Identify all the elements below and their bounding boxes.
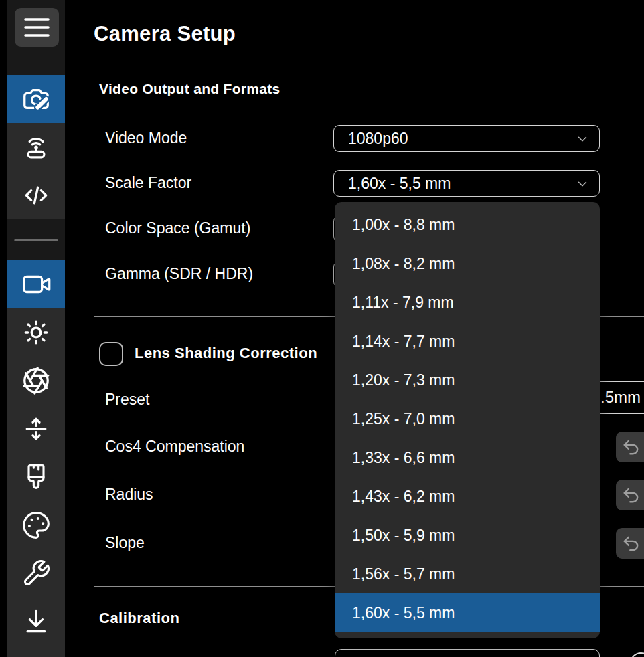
slope-label: Slope: [105, 534, 145, 552]
scale-factor-label: Scale Factor: [105, 174, 191, 192]
chevron-down-icon: [575, 177, 590, 191]
hamburger-icon: [23, 17, 50, 38]
download-icon: [21, 607, 51, 636]
cos4-label: Cos4 Compensation: [105, 438, 244, 456]
color-space-label: Color Space (Gamut): [105, 219, 250, 238]
scale-factor-dropdown-popup: 1,00x - 8,8 mm 1,08x - 8,2 mm 1,11x - 7,…: [335, 202, 600, 638]
video-section-heading: Video Output and Formats: [99, 81, 280, 97]
video-mode-value: 1080p60: [348, 130, 408, 148]
wrench-icon: [21, 559, 51, 588]
dropdown-option-selected[interactable]: 1,60x - 5,5 mm: [335, 593, 600, 632]
scale-factor-value: 1,60x - 5,5 mm: [348, 175, 451, 193]
sidebar-item-ptz-control[interactable]: [7, 123, 65, 171]
vertical-arrows-icon: [21, 414, 51, 444]
video-mode-label: Video Mode: [105, 129, 187, 147]
scale-factor-select[interactable]: 1,60x - 5,5 mm: [333, 170, 600, 197]
palette-icon: [21, 510, 51, 540]
undo-icon: [621, 438, 641, 457]
page-title: Camera Setup: [94, 22, 236, 46]
menu-button[interactable]: [15, 8, 59, 47]
dropdown-option[interactable]: 1,50x - 5,9 mm: [335, 516, 600, 555]
dropdown-option[interactable]: 1,14x - 7,7 mm: [335, 322, 600, 361]
calibration-section-heading: Calibration: [99, 609, 179, 627]
video-camera-icon: [21, 269, 52, 300]
sidebar-item-tools[interactable]: [7, 549, 65, 597]
sidebar-item-code[interactable]: [7, 171, 65, 219]
chevron-down-icon: [575, 132, 590, 147]
code-icon: [21, 181, 51, 210]
sidebar-item-paintbrush[interactable]: [7, 453, 65, 501]
sidebar-item-color[interactable]: [7, 501, 65, 549]
dropdown-option[interactable]: 1,08x - 8,2 mm: [335, 244, 600, 283]
sidebar-item-aperture[interactable]: [7, 357, 65, 405]
dropdown-option[interactable]: 1,25x - 7,0 mm: [335, 399, 600, 438]
left-edge-strip: [0, 0, 7, 657]
sidebar-item-camera-setup[interactable]: [7, 75, 65, 123]
dropdown-option[interactable]: 1,20x - 7,3 mm: [335, 361, 600, 399]
gamma-label: Gamma (SDR / HDR): [105, 265, 253, 283]
lens-shading-checkbox[interactable]: [99, 342, 123, 366]
circular-button[interactable]: [630, 652, 644, 657]
dropdown-option[interactable]: 1,11x - 7,9 mm: [335, 283, 600, 322]
cos4-reset-button[interactable]: [616, 432, 644, 462]
undo-icon: [621, 486, 641, 505]
dropdown-option[interactable]: 1,33x - 6,6 mm: [335, 438, 600, 477]
ptz-camera-icon: [21, 132, 51, 162]
preset-label: Preset: [105, 391, 149, 409]
aperture-icon: [21, 365, 52, 396]
video-mode-select[interactable]: 1080p60: [333, 125, 600, 152]
paintbrush-icon: [21, 462, 51, 492]
radius-reset-button[interactable]: [616, 480, 644, 510]
sidebar-item-download[interactable]: [7, 597, 65, 646]
dropdown-option[interactable]: 1,00x - 8,8 mm: [335, 205, 600, 244]
undo-icon: [621, 534, 641, 553]
sun-icon: [21, 318, 51, 347]
preset-partial-value: .5mm: [600, 388, 641, 407]
dropdown-option[interactable]: 1,56x - 5,7 mm: [335, 555, 600, 593]
sidebar-item-video[interactable]: [7, 260, 65, 308]
camera-edit-icon: [21, 84, 52, 114]
calibration-select[interactable]: [335, 649, 600, 657]
camera-setup-screen: Camera Setup Video Output and Formats Vi…: [0, 0, 644, 657]
slope-reset-button[interactable]: [616, 528, 644, 559]
lens-section-heading: Lens Shading Correction: [135, 345, 317, 362]
dropdown-option[interactable]: 1,43x - 6,2 mm: [335, 477, 600, 516]
sidebar-divider: [14, 239, 58, 241]
radius-label: Radius: [105, 486, 153, 504]
sidebar-item-focus[interactable]: [7, 405, 65, 453]
sidebar-item-brightness[interactable]: [7, 308, 65, 357]
